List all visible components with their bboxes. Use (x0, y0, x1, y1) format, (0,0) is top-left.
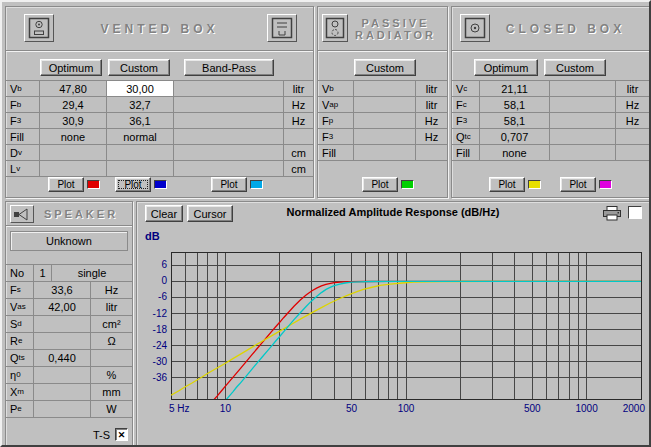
value-cell[interactable] (107, 161, 174, 177)
chart-toolbar: Normalized Amplitude Response (dB/Hz) Cl… (137, 202, 649, 225)
svg-text:-36: -36 (153, 372, 168, 383)
plot-closed-optimum-button[interactable]: Plot (489, 177, 525, 192)
clear-button[interactable]: Clear (145, 205, 183, 222)
value-cell[interactable]: 0,707 (480, 129, 550, 145)
value-cell[interactable]: 58,1 (480, 113, 550, 129)
plot-vented-custom-button[interactable]: Plot (115, 177, 151, 192)
value-cell[interactable] (34, 384, 91, 401)
curve-vented-box-optimum (213, 281, 641, 401)
value-cell[interactable] (34, 333, 91, 350)
passive-radiator-header: PASSIVE RADIATOR (318, 7, 447, 51)
vented-custom-button[interactable]: Custom (108, 59, 170, 76)
unit-label: litr (91, 299, 132, 316)
plot-passive-custom-button[interactable]: Plot (362, 177, 398, 192)
row-label: Vap (318, 97, 354, 113)
row-label: Xm (6, 384, 34, 401)
cursor-button[interactable]: Cursor (187, 205, 233, 222)
svg-text:6: 6 (161, 259, 167, 270)
unit-label: litr (416, 81, 447, 97)
print-button[interactable] (602, 206, 622, 221)
value-cell[interactable] (354, 81, 416, 97)
value-cell[interactable] (550, 113, 616, 129)
vented-box-panel: VENTED BOX Optimum Custom Band-Pass Vb 4… (5, 6, 314, 198)
value-cell[interactable] (550, 129, 616, 145)
ts-checkbox[interactable]: ✕ (115, 428, 128, 441)
value-cell[interactable] (550, 97, 616, 113)
closed-custom-button[interactable]: Custom (544, 59, 606, 76)
chart-background-swatch[interactable] (628, 206, 642, 219)
value-cell[interactable] (34, 316, 91, 333)
svg-text:2000: 2000 (623, 403, 646, 414)
value-cell[interactable] (107, 145, 174, 161)
value-cell[interactable]: 30,00 (107, 81, 174, 97)
value-cell[interactable]: 32,7 (107, 97, 174, 113)
speaker-table: Fs 33,6 Hz Vas 42,00 litr Sd cm² Re Ω Qt… (6, 282, 132, 418)
value-cell[interactable]: 36,1 (107, 113, 174, 129)
speaker-number-cell[interactable]: 1 (34, 265, 52, 282)
value-cell[interactable] (174, 81, 284, 97)
row-label: Fill (318, 145, 354, 161)
plot-vented-bandpass-button[interactable]: Plot (211, 177, 247, 192)
response-chart[interactable]: 60-6-12-18-24-30-36dB5 Hz105010050010002… (139, 226, 649, 440)
value-cell[interactable] (174, 145, 284, 161)
svg-text:10: 10 (220, 403, 232, 414)
row-label: Lv (6, 161, 40, 177)
speaker-header: SPEAKER (6, 202, 132, 226)
svg-text:50: 50 (346, 403, 358, 414)
value-cell[interactable]: 47,80 (40, 81, 107, 97)
row-label: F3 (318, 129, 354, 145)
svg-text:-30: -30 (153, 356, 168, 367)
value-cell[interactable] (174, 161, 284, 177)
vented-box-port-icon (271, 17, 293, 39)
value-cell[interactable] (354, 129, 416, 145)
value-cell[interactable] (174, 97, 284, 113)
value-cell[interactable] (34, 401, 91, 418)
vented-box-port-icon-button[interactable] (267, 14, 297, 42)
svg-text:-18: -18 (153, 324, 168, 335)
plot-vented-optimum-button[interactable]: Plot (48, 177, 84, 192)
value-cell[interactable] (354, 97, 416, 113)
speaker-mode-cell[interactable]: single (52, 265, 132, 282)
panel-title: SPEAKER (30, 202, 132, 225)
speaker-name-selector[interactable]: Unknown (10, 231, 128, 251)
unit-label: Hz (284, 113, 313, 129)
value-cell[interactable]: 30,9 (40, 113, 107, 129)
value-cell[interactable]: 58,1 (480, 97, 550, 113)
value-cell[interactable] (354, 113, 416, 129)
speaker-icon (13, 208, 31, 221)
plot-color-swatch (599, 180, 612, 189)
row-label: Pe (6, 401, 34, 418)
row-label: Qtc (452, 129, 480, 145)
vented-bandpass-button[interactable]: Band-Pass (184, 59, 274, 76)
vented-optimum-button[interactable]: Optimum (40, 59, 102, 76)
value-cell[interactable]: none (480, 145, 550, 161)
plot-color-swatch (528, 180, 541, 189)
value-cell[interactable] (40, 145, 107, 161)
value-cell[interactable] (550, 81, 616, 97)
value-cell[interactable]: none (40, 129, 107, 145)
closed-optimum-button[interactable]: Optimum (474, 59, 538, 76)
value-cell[interactable] (550, 145, 616, 161)
value-cell[interactable] (34, 367, 91, 384)
unit-label: Hz (416, 113, 447, 129)
plot-closed-custom-button[interactable]: Plot (560, 177, 596, 192)
value-cell[interactable] (354, 145, 416, 161)
value-cell[interactable]: 0,440 (34, 350, 91, 367)
vented-box-header: VENTED BOX (6, 7, 313, 51)
value-cell[interactable]: 29,4 (40, 97, 107, 113)
row-label: Vb (318, 81, 354, 97)
printer-icon (602, 206, 622, 221)
value-cell[interactable] (174, 113, 284, 129)
value-cell[interactable]: normal (107, 129, 174, 145)
value-cell[interactable]: 42,00 (34, 299, 91, 316)
row-label: Fs (6, 282, 34, 299)
svg-text:-12: -12 (153, 308, 168, 319)
value-cell[interactable] (174, 129, 284, 145)
value-cell[interactable]: 21,11 (480, 81, 550, 97)
value-cell[interactable]: 33,6 (34, 282, 91, 299)
value-cell[interactable] (40, 161, 107, 177)
unit-label: Ω (91, 333, 132, 350)
passive-custom-button[interactable]: Custom (354, 59, 416, 76)
row-label: No (6, 265, 34, 282)
unit-label: Hz (91, 282, 132, 299)
